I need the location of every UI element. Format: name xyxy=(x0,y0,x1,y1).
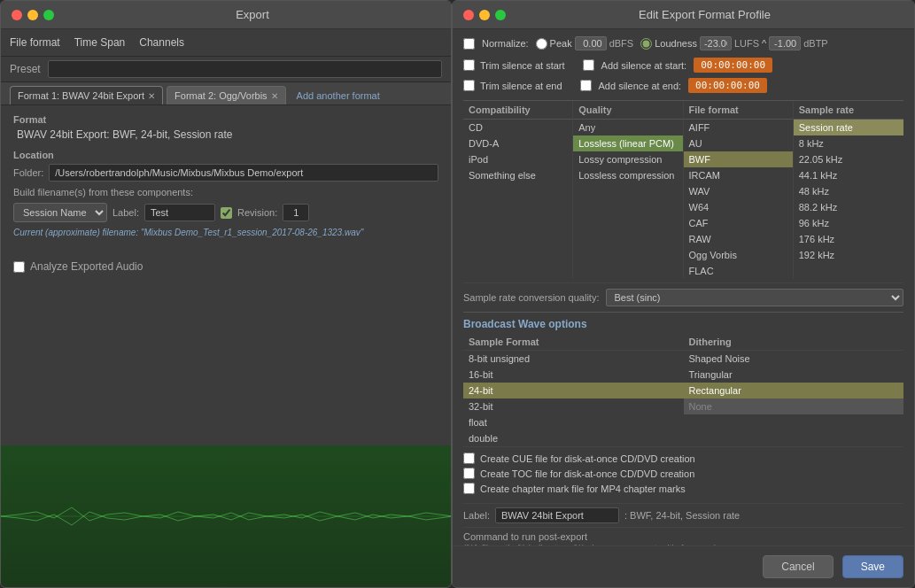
compat-dvd-a[interactable]: DVD-A xyxy=(463,135,572,151)
format-tab-2-close[interactable]: ✕ xyxy=(271,91,278,101)
dither-shaped[interactable]: Shaped Noise xyxy=(684,351,904,367)
edit-traffic-lights xyxy=(463,10,506,20)
compat-ipod[interactable]: iPod xyxy=(463,151,572,167)
add-format-button[interactable]: Add another format xyxy=(290,87,387,104)
sf-double[interactable]: double xyxy=(463,430,684,446)
cue-checkbox[interactable] xyxy=(463,453,475,464)
add-silence-start-checkbox[interactable] xyxy=(583,59,594,71)
toc-checkbox[interactable] xyxy=(463,468,475,479)
nav-channels[interactable]: Channels xyxy=(139,35,184,50)
maximize-button[interactable] xyxy=(43,10,54,20)
quality-header: Quality xyxy=(573,101,682,120)
peak-radio[interactable] xyxy=(536,38,547,50)
fmt-ogg[interactable]: Ogg Vorbis xyxy=(684,247,793,263)
filename-components: Session Name Label: Revision: xyxy=(13,203,438,222)
cancel-button[interactable]: Cancel xyxy=(763,555,833,578)
quality-lossy[interactable]: Lossy compression xyxy=(573,151,682,167)
edit-titlebar: Edit Export Format Profile xyxy=(453,1,914,29)
chapter-label: Create chapter mark file for MP4 chapter… xyxy=(480,484,686,494)
fmt-au[interactable]: AU xyxy=(684,135,793,151)
peak-value-input[interactable] xyxy=(575,36,607,50)
lufs-value-input[interactable] xyxy=(769,36,801,50)
revision-label: Revision: xyxy=(237,207,277,218)
compat-other[interactable]: Something else xyxy=(463,167,572,183)
preset-bar: Preset xyxy=(1,57,451,82)
format-tab-2[interactable]: Format 2: Ogg/Vorbis ✕ xyxy=(167,86,286,104)
cue-label: Create CUE file for disk-at-once CD/DVD … xyxy=(480,453,695,464)
sr-48k[interactable]: 48 kHz xyxy=(794,183,903,199)
dither-triangular[interactable]: Triangular xyxy=(684,367,904,383)
save-button[interactable]: Save xyxy=(842,555,903,578)
peak-option: Peak dBFS xyxy=(536,36,634,50)
fmt-wav[interactable]: WAV xyxy=(684,183,793,199)
loudness-value-input[interactable] xyxy=(700,36,732,50)
format-tab-1-close[interactable]: ✕ xyxy=(148,91,155,101)
normalize-label: Normalize: xyxy=(482,38,529,49)
edit-maximize-button[interactable] xyxy=(495,10,506,20)
sr-96k[interactable]: 96 kHz xyxy=(794,215,903,231)
compat-cd[interactable]: CD xyxy=(463,120,572,135)
trim-start-checkbox[interactable] xyxy=(463,59,475,71)
silence-start-time[interactable]: 00:00:00:00 xyxy=(694,58,772,73)
chapter-checkbox[interactable] xyxy=(463,483,475,494)
folder-row: Folder: xyxy=(13,164,438,182)
sr-192k[interactable]: 192 kHz xyxy=(794,247,903,263)
trim-row-1: Trim silence at start Add silence at sta… xyxy=(463,58,903,73)
preset-label: Preset xyxy=(10,63,41,75)
sr-44k[interactable]: 44.1 kHz xyxy=(794,167,903,183)
fmt-caf[interactable]: CAF xyxy=(684,215,793,231)
dither-none[interactable]: None xyxy=(684,398,904,414)
sr-88k[interactable]: 88.2 kHz xyxy=(794,199,903,215)
edit-minimize-button[interactable] xyxy=(479,10,490,20)
fmt-w64[interactable]: W64 xyxy=(684,199,793,215)
quality-lossless-pcm[interactable]: Lossless (linear PCM) xyxy=(573,135,682,151)
option-cue: Create CUE file for disk-at-once CD/DVD … xyxy=(463,453,903,464)
quality-any[interactable]: Any xyxy=(573,120,682,135)
fmt-flac[interactable]: FLAC xyxy=(684,263,793,279)
folder-path-input[interactable] xyxy=(49,164,438,182)
add-silence-end-checkbox[interactable] xyxy=(580,80,592,91)
quality-lossless[interactable]: Lossless compression xyxy=(573,167,682,183)
normalize-checkbox[interactable] xyxy=(463,38,475,50)
revision-input[interactable] xyxy=(283,204,309,221)
revision-checkbox[interactable] xyxy=(221,207,232,219)
loudness-radio[interactable] xyxy=(640,38,652,50)
format-section: Format BWAV 24bit Export: BWF, 24-bit, S… xyxy=(1,105,451,150)
format-grid: Compatibility CD DVD-A iPod Something el… xyxy=(463,100,903,279)
minimize-button[interactable] xyxy=(27,10,38,20)
sf-16bit[interactable]: 16-bit xyxy=(463,367,684,383)
dither-rectangular[interactable]: Rectangular xyxy=(684,383,904,398)
sr-8k[interactable]: 8 kHz xyxy=(794,135,903,151)
export-nav: File format Time Span Channels xyxy=(1,29,451,57)
label-value[interactable]: BWAV 24bit Export xyxy=(495,507,619,523)
component-dropdown[interactable]: Session Name xyxy=(13,203,107,222)
sr-176k[interactable]: 176 kHz xyxy=(794,231,903,247)
sf-8bit[interactable]: 8-bit unsigned xyxy=(463,351,684,367)
sf-24bit[interactable]: 24-bit xyxy=(463,383,684,398)
sf-float[interactable]: float xyxy=(463,414,684,430)
format-tab-1[interactable]: Format 1: BWAV 24bit Export ✕ xyxy=(10,86,163,104)
src-select[interactable]: Best (sinc) xyxy=(606,289,903,306)
close-button[interactable] xyxy=(12,10,22,20)
sr-session[interactable]: Session rate xyxy=(794,120,903,135)
nav-time-span[interactable]: Time Span xyxy=(74,35,126,50)
sr-22k[interactable]: 22.05 kHz xyxy=(794,151,903,167)
label-input[interactable] xyxy=(144,204,215,221)
current-filename-label: Current (approximate) filename: xyxy=(13,228,138,237)
preset-input[interactable] xyxy=(48,60,442,78)
fmt-bwf[interactable]: BWF xyxy=(684,151,793,167)
build-filename-label: Build filename(s) from these components: xyxy=(13,187,438,197)
fmt-aiff[interactable]: AIFF xyxy=(684,120,793,135)
nav-file-format[interactable]: File format xyxy=(10,35,60,50)
sf-32bit[interactable]: 32-bit xyxy=(463,398,684,414)
label-detail: : BWF, 24-bit, Session rate xyxy=(624,510,740,521)
analyze-checkbox[interactable] xyxy=(13,261,25,273)
fmt-ircam[interactable]: IRCAM xyxy=(684,167,793,183)
location-section-label: Location xyxy=(13,150,438,160)
format-value: BWAV 24bit Export: BWF, 24-bit, Session … xyxy=(17,128,438,141)
edit-close-button[interactable] xyxy=(463,10,474,20)
silence-end-time[interactable]: 00:00:00:00 xyxy=(688,78,767,93)
fmt-raw[interactable]: RAW xyxy=(684,231,793,247)
trim-end-checkbox[interactable] xyxy=(463,80,475,91)
src-label: Sample rate conversion quality: xyxy=(463,292,599,303)
